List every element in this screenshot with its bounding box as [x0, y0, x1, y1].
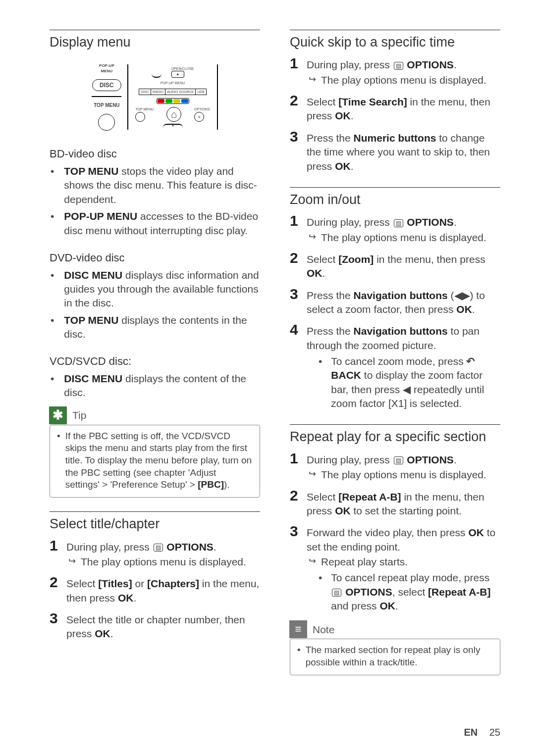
bold: OPTIONS — [404, 216, 454, 228]
text: . — [351, 160, 354, 172]
bold: [Zoom] — [338, 253, 374, 265]
section-select-title: Select title/chapter During play, press … — [50, 511, 260, 641]
label: DISC MENU — [64, 269, 122, 281]
step: During play, press ▤ OPTIONS. The play o… — [290, 451, 500, 482]
bold: [Repeat A-B] — [428, 586, 490, 598]
section-quick-skip: Quick skip to a specific time During pla… — [290, 30, 500, 173]
bold: OK — [468, 527, 484, 538]
text: , select — [392, 586, 428, 598]
topmenu-label: TOP MENU — [94, 102, 119, 109]
step: Select [Repeat A-B] in the menu, then pr… — [290, 488, 500, 518]
heading-repeat: Repeat play for a specific section — [290, 428, 500, 446]
popup-menu-label: POP-UP MENU — [99, 63, 114, 74]
steps-quick-skip: During play, press ▤ OPTIONS. The play o… — [290, 56, 500, 173]
bold: OPTIONS — [404, 59, 454, 70]
note-body: The marked section for repeat play is on… — [290, 639, 500, 674]
text: Select the title or chapter number, then… — [66, 614, 245, 639]
dvd-heading: DVD-video disc — [50, 251, 260, 265]
text: Press the — [307, 325, 354, 337]
section-repeat: Repeat play for a specific section Durin… — [290, 424, 500, 675]
divider — [290, 187, 500, 188]
text: During play, press — [307, 216, 393, 228]
step: During play, press ▤ OPTIONS. The play o… — [290, 213, 500, 245]
tip-tail: ). — [224, 479, 230, 490]
heading-display-menu: Display menu — [50, 33, 260, 51]
text: or — [132, 578, 147, 589]
result-text: The play options menu is displayed. — [81, 555, 246, 569]
text: Press the — [307, 132, 354, 144]
text: . — [454, 59, 457, 70]
steps-repeat: During play, press ▤ OPTIONS. The play o… — [290, 451, 500, 613]
step: Select [Time Search] in the menu, then p… — [290, 93, 500, 123]
text: During play, press — [307, 59, 393, 70]
steps-select-title: During play, press ▤ OPTIONS. The play o… — [50, 538, 260, 641]
list-item: TOP MENU stops the video play and shows … — [50, 164, 260, 206]
step: Press the Navigation buttons (◀▶) to sel… — [290, 287, 500, 317]
text: To cancel repeat play mode, press — [331, 572, 489, 583]
bold: OPTIONS — [404, 454, 454, 465]
bold: OPTIONS — [345, 586, 392, 598]
options-icon: ▤ — [154, 544, 163, 552]
list-item: DISC MENU displays the content of the di… — [50, 372, 260, 400]
bold: [Chapters] — [147, 578, 199, 589]
text: To cancel zoom mode, press — [331, 355, 466, 367]
bold: Navigation buttons — [354, 325, 448, 337]
popup2-label: POP-UP MENU — [160, 81, 185, 85]
label: DISC MENU — [64, 373, 122, 384]
section-zoom: Zoom in/out During play, press ▤ OPTIONS… — [290, 187, 500, 411]
openclose-label: OPEN/CLOSE — [171, 66, 194, 71]
topmenu2-label: TOP MENU — [135, 107, 154, 111]
bd-heading: BD-video disc — [50, 147, 260, 161]
step: Press the Numeric buttons to change the … — [290, 129, 500, 173]
label: TOP MENU — [64, 314, 118, 326]
options-circle: ≡ — [194, 112, 204, 122]
text: During play, press — [307, 454, 393, 465]
heading-quick-skip: Quick skip to a specific time — [290, 33, 500, 51]
vcd-heading: VCD/SVCD disc: — [50, 354, 260, 369]
text: . — [472, 303, 475, 315]
tip-box: ✱ Tip If the PBC setting is off, the VCD… — [50, 406, 260, 498]
tip-label: Tip — [72, 408, 86, 422]
heading-select-title: Select title/chapter — [50, 515, 260, 533]
dvd-list: DISC MENU displays disc information and … — [50, 268, 260, 342]
text: . — [322, 267, 325, 279]
text: . — [133, 592, 136, 604]
step: Select [Titles] or [Chapters] in the men… — [50, 575, 260, 605]
step: Select the title or chapter number, then… — [50, 611, 260, 641]
heading-zoom: Zoom in/out — [290, 191, 500, 208]
bold: OK — [307, 267, 322, 279]
home-icon: ⌂ — [166, 107, 181, 122]
vcd-list: DISC MENU displays the content of the di… — [50, 372, 260, 400]
bold: [Repeat A-B] — [338, 491, 401, 503]
bold: OK — [335, 110, 351, 121]
text: . — [454, 216, 457, 228]
bold: BACK — [331, 369, 361, 381]
text: Select — [307, 253, 338, 265]
src-disc: DISC — [139, 89, 151, 95]
text: . — [214, 541, 216, 553]
step: Forward the video play, then press OK to… — [290, 524, 500, 613]
text: . — [110, 628, 113, 639]
tip-bold: [PBC] — [198, 479, 224, 490]
src-audio: AUDIO SOURCE — [165, 89, 196, 95]
text: Press the — [307, 290, 354, 301]
bold: OK — [456, 303, 472, 315]
topmenu-circle — [98, 114, 115, 131]
disc-button: DISC — [92, 79, 121, 91]
source-row: DISC RADIO AUDIO SOURCE USB — [139, 89, 206, 95]
divider — [50, 511, 260, 512]
step: Select [Zoom] in the menu, then press OK… — [290, 251, 500, 281]
result-text: The play options menu is displayed. — [321, 73, 486, 87]
note-label: Note — [313, 623, 334, 637]
options-icon: ▤ — [394, 219, 403, 227]
bold: Numeric buttons — [354, 132, 436, 144]
text: in the menu, then press — [374, 253, 485, 265]
bold: OK — [335, 505, 351, 516]
label: TOP MENU — [64, 165, 118, 177]
text: During play, press — [66, 541, 153, 553]
text: Select — [307, 96, 338, 107]
bold: Navigation buttons — [354, 290, 448, 301]
list-item: POP-UP MENU accesses to the BD-video dis… — [50, 209, 260, 238]
nav-arc: ▴ — [163, 124, 183, 128]
list-item: TOP MENU displays the contents in the di… — [50, 313, 260, 342]
